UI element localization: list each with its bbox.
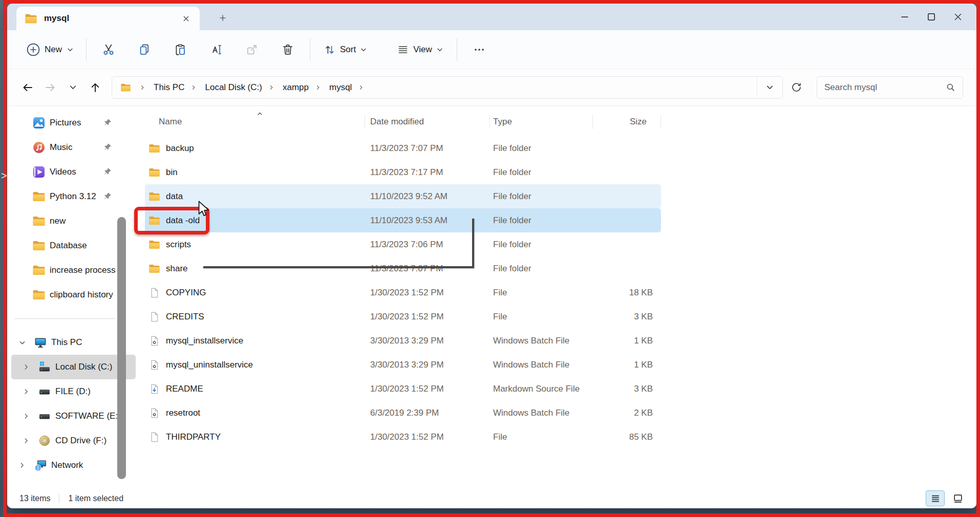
sidebar-item[interactable]: Python 3.12 [11, 184, 136, 209]
maximize-button[interactable] [918, 4, 945, 30]
file-date: 3/30/2013 3:29 PM [365, 336, 489, 346]
file-name: mysql_uninstallservice [166, 360, 253, 370]
file-size: 18 KB [592, 288, 661, 298]
file-icon [148, 432, 160, 442]
file-name-cell: mysql_installservice [145, 336, 365, 346]
batch-file-icon [148, 360, 160, 370]
copy-icon[interactable] [130, 37, 159, 62]
breadcrumb-chevron-icon [315, 84, 321, 91]
chevron-down-icon [360, 46, 367, 53]
explorer-tab[interactable]: mysql [16, 7, 200, 30]
file-row[interactable]: COPYING 1/30/2023 1:52 PM File 18 KB [145, 281, 661, 305]
paste-icon[interactable] [165, 37, 195, 62]
file-type: File folder [489, 167, 592, 178]
file-name-cell: CREDITS [145, 312, 365, 322]
column-header-size[interactable]: Size [592, 117, 661, 127]
recent-locations-button[interactable] [61, 77, 84, 98]
file-name: backup [166, 143, 194, 154]
sidebar-item[interactable]: Music [11, 135, 136, 160]
chevron-right-icon[interactable] [19, 388, 33, 395]
breadcrumb-item[interactable]: Local Disk (C:) [202, 80, 265, 95]
plus-circle-icon [27, 43, 40, 56]
file-row[interactable]: resetroot 6/3/2019 2:39 PM Windows Batch… [145, 401, 661, 425]
search-box[interactable]: Search mysql [817, 76, 963, 99]
details-view-button[interactable] [926, 490, 945, 506]
folder-icon [148, 143, 160, 154]
pictures-icon [32, 117, 46, 129]
rename-icon[interactable] [201, 37, 231, 62]
desktop-screen: mysql New [0, 0, 980, 517]
chevron-down-icon[interactable] [15, 339, 29, 347]
file-row[interactable]: mysql_installservice 3/30/2013 3:29 PM W… [145, 329, 661, 353]
file-row[interactable]: mysql_uninstallservice 3/30/2013 3:29 PM… [145, 353, 661, 377]
share-icon[interactable] [237, 37, 267, 62]
column-header-name[interactable]: Name [145, 117, 365, 127]
large-icons-view-button[interactable] [948, 490, 967, 506]
network-icon [34, 459, 47, 471]
column-headers: Name Date modified Type Size [145, 113, 661, 131]
file-type: Markdown Source File [489, 384, 592, 394]
file-date: 1/30/2023 1:52 PM [365, 312, 489, 322]
new-tab-button[interactable] [214, 10, 231, 26]
address-dropdown-button[interactable] [757, 77, 782, 98]
close-button[interactable] [945, 4, 971, 30]
file-name-cell: THIRDPARTY [145, 432, 365, 442]
file-name-cell: README [145, 384, 365, 394]
refresh-button[interactable] [783, 76, 809, 99]
folder-icon [148, 191, 160, 202]
sidebar-item[interactable]: Pictures [11, 111, 136, 135]
back-button[interactable] [16, 77, 39, 98]
file-row[interactable]: data 11/10/2023 9:52 AM File folder [145, 184, 661, 208]
new-button-label: New [45, 45, 62, 55]
folder-icon [32, 190, 46, 203]
tab-close-button[interactable] [178, 11, 194, 26]
minimize-button[interactable] [891, 4, 918, 30]
breadcrumb-item[interactable]: xampp [280, 80, 312, 95]
breadcrumb-item[interactable]: This PC [151, 80, 187, 95]
file-explorer-window: mysql New [7, 4, 976, 508]
breadcrumb-chevron-icon [139, 84, 145, 91]
file-row[interactable]: CREDITS 1/30/2023 1:52 PM File 3 KB [145, 305, 661, 329]
file-row[interactable]: data -old 11/10/2023 9:53 AM File folder [145, 208, 661, 232]
sidebar-scrollbar[interactable] [117, 217, 126, 479]
column-divider[interactable] [592, 115, 593, 129]
chevron-right-icon[interactable] [15, 462, 29, 469]
cut-icon[interactable] [94, 37, 123, 62]
chevron-right-icon[interactable] [19, 413, 33, 420]
view-button[interactable]: View [391, 39, 450, 60]
up-button[interactable] [84, 77, 106, 98]
music-icon [32, 141, 46, 154]
breadcrumb-chevron-icon [268, 84, 274, 91]
column-divider[interactable] [365, 115, 365, 129]
column-header-type[interactable]: Type [489, 117, 592, 127]
file-name: README [166, 384, 203, 394]
close-icon [952, 11, 964, 23]
view-icon [397, 44, 409, 56]
chevron-right-icon[interactable] [19, 437, 33, 444]
file-date: 11/3/2023 7:07 PM [365, 143, 489, 154]
sidebar-item[interactable]: Videos [11, 160, 136, 184]
chevron-down-icon [765, 83, 774, 92]
file-row[interactable]: backup 11/3/2023 7:07 PM File folder [145, 136, 661, 160]
breadcrumb-item[interactable]: mysql [326, 80, 355, 95]
file-row[interactable]: README 1/30/2023 1:52 PM Markdown Source… [145, 377, 661, 401]
column-divider[interactable] [489, 115, 490, 129]
column-header-date[interactable]: Date modified [365, 117, 489, 127]
file-size: 2 KB [592, 408, 661, 418]
column-divider[interactable] [661, 115, 661, 129]
file-row[interactable]: THIRDPARTY 1/30/2023 1:52 PM File 85 KB [145, 425, 661, 449]
more-options-button[interactable] [464, 37, 494, 62]
sort-button[interactable]: Sort [317, 39, 373, 60]
file-row[interactable]: scripts 11/3/2023 7:06 PM File folder [145, 232, 661, 256]
folder-icon [148, 264, 160, 274]
file-row[interactable]: share 11/3/2023 7:07 PM File folder [145, 256, 661, 281]
delete-icon[interactable] [273, 37, 303, 62]
content-view-icon [952, 493, 964, 504]
new-button[interactable]: New [22, 39, 79, 60]
file-row[interactable]: bin 11/3/2023 7:17 PM File folder [145, 160, 661, 184]
chevron-right-icon[interactable] [19, 363, 33, 371]
forward-button[interactable] [39, 77, 61, 98]
folder-icon [32, 289, 46, 301]
this-pc-icon [34, 336, 47, 349]
address-bar[interactable]: This PC Local Disk (C:) xampp [112, 76, 783, 99]
